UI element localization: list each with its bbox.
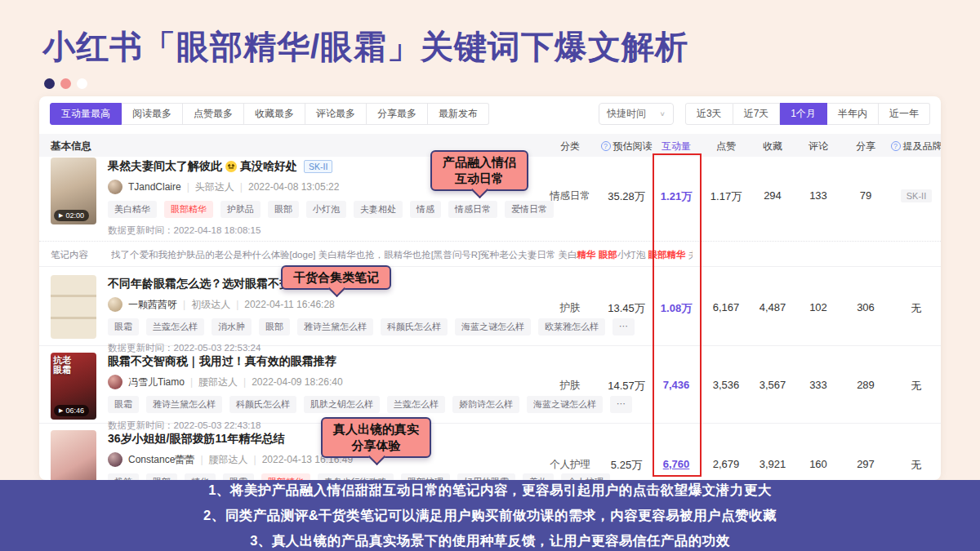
- tag-chip[interactable]: 爱情日常: [505, 201, 554, 218]
- note-thumbnail[interactable]: 抗老眼霜 ▶06:46: [51, 353, 96, 420]
- note-thumbnail[interactable]: [51, 275, 96, 339]
- tab-latest[interactable]: 最新发布: [428, 103, 489, 125]
- time-7days-button[interactable]: 近7天: [733, 103, 781, 125]
- post-time: 2022-04-08 13:05:22: [248, 181, 339, 193]
- data-update-time: 数据更新时间：2022-04-18 18:08:15: [108, 224, 554, 237]
- tag-chip[interactable]: 科颜氏怎么样: [229, 396, 296, 413]
- tag-chip[interactable]: 小灯泡: [306, 201, 346, 218]
- tab-most-commented[interactable]: 评论最多: [305, 103, 367, 125]
- tag-chip[interactable]: 夫妻相处: [354, 201, 403, 218]
- note-content-text: 找了个爱和我抢护肤品的老公是种什么体验[doge] 美白精华也抢，眼精华也抢[黑…: [111, 249, 693, 261]
- tag-chip[interactable]: 兰蔻怎么样: [387, 396, 445, 413]
- time-1month-button[interactable]: 1个月: [780, 103, 827, 125]
- tab-interaction-highest[interactable]: 互动量最高: [50, 103, 122, 125]
- tag-chip[interactable]: 兰蔻怎么样: [146, 318, 204, 335]
- tag-chip[interactable]: 雅诗兰黛怎么样: [146, 396, 222, 413]
- video-duration-badge: ▶06:46: [54, 405, 89, 416]
- table-row: 36岁小姐姐/眼部拨筋11年精华总结 Constance蕾蕾| 腰部达人| 20…: [39, 424, 941, 480]
- callout-knowledge-collection: 干货合集类笔记: [281, 265, 391, 290]
- author-level: 腰部达人: [209, 453, 248, 467]
- tag-chip[interactable]: 海蓝之谜怎么样: [455, 318, 531, 335]
- tag-chip-highlight[interactable]: 眼部精华: [261, 473, 310, 480]
- time-controls: 快捷时间 ∨ 近3天 近7天 1个月 半年内 近一年: [599, 103, 930, 125]
- time-halfyear-button[interactable]: 半年内: [827, 103, 879, 125]
- author-level: 腰部达人: [198, 375, 238, 389]
- page-title: 小红书「眼部精华/眼霜」关键词下爆文解析: [42, 24, 688, 69]
- tag-line: 眼霜 兰蔻怎么样 消水肿 眼部 雅诗兰黛怎么样 科颜氏怎么样 海蓝之谜怎么样 欧…: [108, 318, 635, 335]
- tag-chip[interactable]: 眼部: [146, 473, 177, 480]
- column-brands: ?提及品牌: [877, 140, 941, 153]
- tag-more-chip[interactable]: ⋯: [610, 396, 632, 413]
- tag-chip[interactable]: 消水肿: [212, 318, 252, 335]
- play-icon: ▶: [59, 212, 63, 219]
- post-time: 2022-04-09 18:26:40: [252, 376, 342, 388]
- author-name[interactable]: 一颗茜茜呀: [128, 298, 177, 312]
- table-row: 抗老眼霜 ▶06:46 眼霜不交智商税｜我用过！真有效的眼霜推荐 冯雪儿Tiam…: [39, 346, 941, 424]
- time-3days-button[interactable]: 近3天: [685, 103, 733, 125]
- dot-pink: [60, 78, 71, 89]
- author-name[interactable]: Constance蕾蕾: [128, 453, 194, 467]
- tag-chip[interactable]: 眼霜: [108, 318, 139, 335]
- tag-chip[interactable]: 欧莱雅怎么样: [538, 318, 605, 335]
- tag-chip[interactable]: 眼部: [259, 318, 290, 335]
- tag-chip[interactable]: 眼部护理: [401, 473, 450, 480]
- cell-brand: SK-II: [877, 189, 941, 202]
- tag-chip[interactable]: 眼部: [268, 201, 299, 218]
- time-range-group: 近3天 近7天 1个月 半年内 近一年: [685, 103, 930, 125]
- tab-most-collected[interactable]: 收藏最多: [244, 103, 305, 125]
- note-title[interactable]: 眼霜不交智商税｜我用过！真有效的眼霜推荐: [108, 354, 632, 369]
- tag-more-chip[interactable]: ⋯: [612, 318, 635, 335]
- sort-tabs: 互动量最高 阅读最多 点赞最多 收藏最多 评论最多 分享最多 最新发布: [50, 103, 489, 125]
- summary-point: 3、真人出镜的产品真实场景下的使用种草反馈，让用户更容易信任产品的功效: [250, 532, 730, 550]
- summary-footer: 1、将美护产品融入情侣甜甜互动日常的笔记内容，更容易引起用户的点击欲望爆文潜力更…: [0, 480, 980, 551]
- avatar[interactable]: [108, 452, 122, 467]
- tag-chip[interactable]: 护肤品: [220, 201, 261, 218]
- play-icon: ▶: [59, 407, 63, 414]
- tag-chip[interactable]: 情感日常: [448, 201, 497, 218]
- summary-point: 1、将美护产品融入情侣甜甜互动日常的笔记内容，更容易引起用户的点击欲望爆文潜力更…: [208, 482, 772, 500]
- tag-chip[interactable]: 青岛步行街攻略: [318, 473, 394, 480]
- quick-time-dropdown[interactable]: 快捷时间 ∨: [599, 103, 674, 125]
- tab-most-read[interactable]: 阅读最多: [122, 103, 183, 125]
- time-1year-button[interactable]: 近一年: [879, 103, 930, 125]
- note-thumbnail[interactable]: ▶02:00: [51, 158, 96, 224]
- author-name[interactable]: TJandClaire: [128, 181, 181, 193]
- tag-chip[interactable]: 美妆: [523, 473, 554, 480]
- thumbnail-caption: 抗老眼霜: [53, 355, 73, 375]
- cell-brand: 无: [877, 301, 941, 316]
- tag-chip[interactable]: 眼霜: [108, 396, 139, 413]
- tag-chip[interactable]: 好用的眼霜: [457, 473, 515, 480]
- tag-chip[interactable]: 精华: [185, 473, 216, 480]
- chevron-down-icon: ∨: [660, 110, 666, 118]
- post-time: 2022-04-11 16:46:28: [244, 299, 335, 310]
- question-icon: ?: [891, 141, 901, 151]
- avatar[interactable]: [108, 375, 122, 389]
- author-level: 初级达人: [191, 298, 230, 312]
- tag-chip[interactable]: 海蓝之谜怎么样: [527, 396, 603, 413]
- tag-chip[interactable]: 拨筋: [108, 473, 139, 480]
- callout-real-person-review: 真人出镜的真实分享体验: [321, 417, 431, 458]
- cell-brand: 无: [877, 379, 941, 393]
- question-icon: ?: [601, 141, 611, 151]
- tab-most-liked[interactable]: 点赞最多: [183, 103, 244, 125]
- table-row: 不同年龄眼霜怎么选？选对眼霜不交智商税 一颗茜茜呀| 初级达人| 2022-04…: [39, 269, 941, 346]
- tag-chip[interactable]: 美白精华: [108, 201, 157, 218]
- expressionless-emoji-icon: [225, 161, 237, 172]
- tag-chip[interactable]: 娇韵诗怎么样: [452, 396, 519, 413]
- video-duration-badge: ▶02:00: [54, 210, 89, 221]
- tag-chip[interactable]: 个人护理: [561, 473, 610, 480]
- avatar[interactable]: [108, 297, 122, 312]
- tag-chip-highlight[interactable]: 眼部精华: [164, 201, 213, 218]
- avatar[interactable]: [108, 180, 122, 194]
- author-level: 头部达人: [195, 180, 234, 194]
- summary-point: 2、同类产品测评&干货类笔记可以满足用户购买前做功课的需求，内容更容易被用户点赞…: [203, 507, 777, 525]
- note-thumbnail[interactable]: [51, 430, 96, 480]
- slide: 小红书「眼部精华/眼霜」关键词下爆文解析 互动量最高 阅读最多 点赞最多 收藏最…: [0, 0, 980, 551]
- tag-chip[interactable]: 情感: [410, 201, 441, 218]
- tag-chip[interactable]: 科颜氏怎么样: [381, 318, 448, 335]
- tag-chip[interactable]: 肌肤之钥怎么样: [304, 396, 380, 413]
- author-name[interactable]: 冯雪儿Tiamo: [128, 375, 185, 389]
- tag-chip[interactable]: 雅诗兰黛怎么样: [297, 318, 373, 335]
- tag-chip[interactable]: 眼霜: [223, 473, 254, 480]
- tab-most-shared[interactable]: 分享最多: [367, 103, 428, 125]
